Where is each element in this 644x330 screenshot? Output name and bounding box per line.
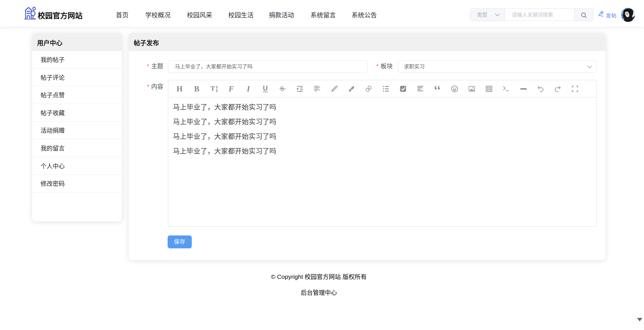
svg-text:T: T: [210, 85, 215, 92]
svg-text:U: U: [263, 85, 268, 92]
